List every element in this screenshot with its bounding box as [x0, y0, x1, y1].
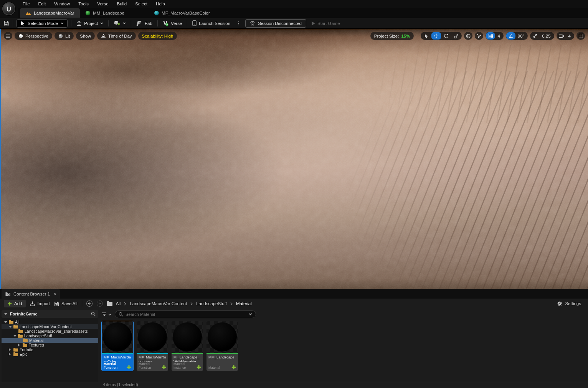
- breadcrumb-material[interactable]: Material: [236, 301, 252, 306]
- save-button[interactable]: [3, 20, 9, 26]
- sources-header[interactable]: FortniteGame: [2, 310, 98, 318]
- tab-mm-landscape[interactable]: MM_Landscape: [80, 8, 130, 18]
- quad-view-button[interactable]: [576, 32, 585, 40]
- expander-icon[interactable]: [18, 343, 20, 347]
- show-dropdown[interactable]: Show: [76, 32, 95, 40]
- verse-button[interactable]: Verse: [161, 19, 183, 28]
- menu-tools[interactable]: Tools: [74, 1, 93, 7]
- rotate-tool-button[interactable]: [441, 32, 451, 40]
- menu-verse[interactable]: Verse: [93, 1, 112, 7]
- perspective-cube-icon: [18, 34, 23, 38]
- time-of-day-button[interactable]: Time of Day: [97, 32, 136, 40]
- expander-icon[interactable]: [9, 353, 11, 356]
- asset-name: MI_Landscape_WithMacroVar: [173, 355, 201, 362]
- toolbar-overflow-button[interactable]: ⋮: [235, 20, 242, 26]
- add-label: Add: [14, 301, 22, 306]
- tree-item-textures[interactable]: Textures: [2, 343, 98, 347]
- save-all-button[interactable]: Save All: [54, 301, 78, 306]
- add-button[interactable]: Add: [4, 300, 26, 307]
- import-label: Import: [37, 301, 50, 306]
- lit-sphere-icon: [58, 34, 63, 38]
- perspective-dropdown[interactable]: Perspective: [15, 32, 52, 40]
- expander-icon[interactable]: [9, 348, 11, 351]
- menu-window[interactable]: Window: [50, 1, 74, 7]
- asset-view: MF_MacroVarBaseColor Material Function M…: [98, 310, 586, 382]
- grid-snap-control[interactable]: 4: [486, 32, 503, 40]
- tree-item-fortnite[interactable]: Fortnite: [2, 347, 98, 352]
- fab-button[interactable]: Fab: [135, 19, 154, 28]
- breadcrumb-landscapestuff[interactable]: LandscapeStuff: [196, 301, 227, 306]
- chevron-down-icon[interactable]: [249, 313, 252, 315]
- camera-speed-control[interactable]: 4: [557, 32, 574, 40]
- tree-item-landscapestuff[interactable]: LandscapeStuff: [2, 334, 98, 338]
- asset-plus-icon[interactable]: [127, 365, 131, 370]
- save-all-label: Save All: [61, 301, 78, 306]
- filters-dropdown[interactable]: [102, 312, 111, 316]
- expander-icon[interactable]: [9, 326, 12, 328]
- tree-item-landscapemacrovar-content[interactable]: LandscapeMacroVar Content: [2, 324, 98, 329]
- viewport-options-button[interactable]: [4, 32, 12, 40]
- asset-thumbnail: [102, 321, 133, 353]
- asset-plus-icon[interactable]: [162, 365, 166, 370]
- menu-select[interactable]: Select: [131, 1, 152, 7]
- selection-mode-dropdown[interactable]: Selection Mode: [17, 19, 68, 28]
- toolbar-separator: [108, 20, 109, 26]
- settings-button[interactable]: Settings: [557, 301, 584, 306]
- asset-tile-mf-macrovarbasecolor[interactable]: MF_MacroVarBaseColor Material Function: [102, 321, 133, 371]
- project-dropdown[interactable]: Project: [75, 19, 105, 28]
- lit-dropdown[interactable]: Lit: [55, 32, 74, 40]
- landscape-icon: [26, 11, 31, 15]
- session-status[interactable]: Session Disconnected: [245, 19, 306, 28]
- save-all-icon: [54, 301, 59, 306]
- scale-tool-button[interactable]: [451, 32, 461, 40]
- grid-snap-icon: [486, 32, 495, 40]
- tab-label: MF_MacroVarBaseColor: [162, 11, 210, 15]
- tree-item-sharedassets[interactable]: LandscapeMacroVar_sharedassets: [2, 329, 98, 334]
- menu-build[interactable]: Build: [113, 1, 131, 7]
- expander-icon[interactable]: [4, 321, 7, 323]
- material-function-sphere-icon: [154, 11, 159, 15]
- level-viewport[interactable]: Perspective Lit Show Time of Day Scalabi…: [0, 29, 588, 289]
- menu-file[interactable]: File: [18, 1, 34, 7]
- start-game-button[interactable]: Start Game: [310, 19, 342, 28]
- world-local-space-button[interactable]: [464, 32, 472, 40]
- tree-item-all[interactable]: All: [2, 320, 98, 324]
- expander-icon[interactable]: [13, 335, 17, 337]
- unreal-logo-icon: [2, 2, 15, 15]
- search-icon[interactable]: [91, 312, 96, 316]
- scale-snap-control[interactable]: 0.25: [530, 32, 554, 40]
- tab-mf-macrovarbasecolor[interactable]: MF_MacroVarBaseColor: [149, 8, 216, 18]
- unreal-logo: [0, 0, 18, 18]
- tree-label: Material: [29, 338, 43, 343]
- folder-icon: [107, 302, 112, 306]
- forward-button[interactable]: [97, 300, 103, 307]
- surface-snapping-button[interactable]: [475, 32, 483, 40]
- close-icon[interactable]: ×: [53, 291, 56, 297]
- asset-tile-mf-macrovarroughness[interactable]: MF_MacroVarRoughness Material Function: [137, 321, 168, 371]
- menu-help[interactable]: Help: [152, 1, 169, 7]
- select-tool-button[interactable]: [421, 32, 431, 40]
- tab-landscapemacrovar[interactable]: LandscapeMacroVar: [20, 8, 80, 18]
- tree-item-material[interactable]: Material: [2, 338, 98, 343]
- angle-snap-control[interactable]: 90°: [506, 32, 528, 40]
- quick-add-dropdown[interactable]: [112, 19, 127, 28]
- breadcrumb-all[interactable]: All: [116, 301, 121, 306]
- asset-tile-mm-landscape[interactable]: MM_Landscape Material: [206, 321, 238, 371]
- content-browser-toolbar: Add Import Save All All LandscapeMacr: [0, 299, 588, 309]
- project-size-indicator[interactable]: Project Size: 15%: [370, 32, 414, 40]
- move-tool-button[interactable]: [431, 32, 441, 40]
- asset-tile-mi-landscape-withmacrovar[interactable]: MI_Landscape_WithMacroVar Material Insta…: [172, 321, 203, 371]
- scalability-button[interactable]: Scalability: High: [138, 32, 177, 40]
- folder-icon: [13, 353, 18, 356]
- back-button[interactable]: [86, 300, 92, 307]
- breadcrumb-landscapemacrovar-content[interactable]: LandscapeMacroVar Content: [130, 301, 187, 306]
- tree-item-epic[interactable]: Epic: [2, 352, 98, 357]
- content-browser-body: FortniteGame All LandscapeMacroVar Conte…: [0, 309, 588, 382]
- menu-edit[interactable]: Edit: [34, 1, 50, 7]
- content-browser-tab[interactable]: Content Browser 1 ×: [2, 289, 60, 299]
- search-input[interactable]: [126, 312, 246, 317]
- asset-plus-icon[interactable]: [197, 365, 201, 370]
- import-button[interactable]: Import: [30, 301, 50, 306]
- asset-plus-icon[interactable]: [231, 365, 236, 370]
- launch-session-button[interactable]: Launch Session: [191, 19, 232, 28]
